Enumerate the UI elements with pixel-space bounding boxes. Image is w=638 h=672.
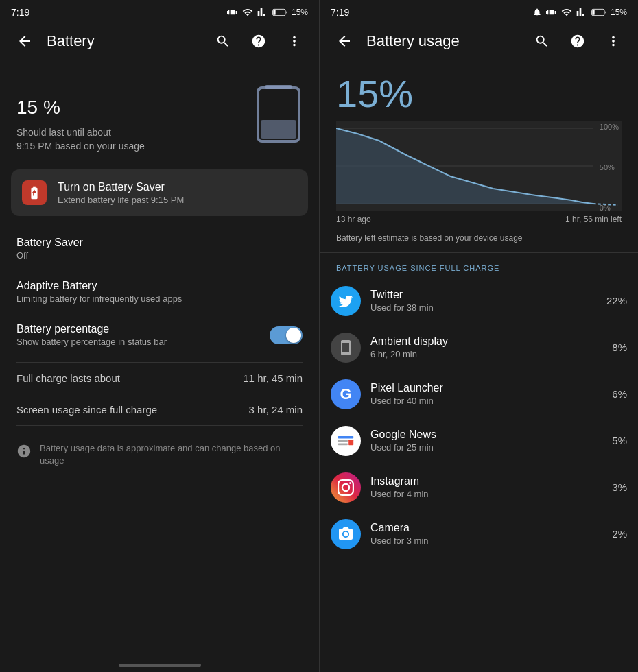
status-icons-left: 15% <box>227 7 308 18</box>
time-right: 7:19 <box>331 7 349 18</box>
twitter-percent: 22% <box>606 295 627 307</box>
camera-icon <box>331 519 361 549</box>
more-options-button-right[interactable] <box>600 27 627 55</box>
app-list: Twitter Used for 38 min 22% Ambient disp… <box>320 278 638 557</box>
ambient-usage: 6 hr, 20 min <box>370 349 602 359</box>
app-item-twitter[interactable]: Twitter Used for 38 min 22% <box>320 278 638 324</box>
home-indicator-left <box>0 656 319 672</box>
battery-percentage-toggle[interactable] <box>270 326 303 344</box>
footer-note-text: Battery usage data is approximate and ca… <box>40 442 303 467</box>
instagram-name: Instagram <box>370 475 602 488</box>
app-item-ambient[interactable]: Ambient display 6 hr, 20 min 8% <box>320 324 638 371</box>
right-panel: 7:19 15% Battery usage <box>319 0 638 672</box>
search-button-left[interactable] <box>209 27 237 55</box>
battery-hero: 15 % Should last until about 9:15 PM bas… <box>0 60 319 164</box>
back-button-left[interactable] <box>11 27 38 55</box>
instagram-usage: Used for 4 min <box>370 489 602 499</box>
chart-x-labels: 13 hr ago 1 hr, 56 min left <box>336 211 622 224</box>
toggle-thumb <box>286 328 301 343</box>
svg-rect-15 <box>338 440 348 442</box>
wifi-icon <box>242 7 253 18</box>
pixel-usage: Used for 40 min <box>370 396 602 406</box>
ambient-name: Ambient display <box>370 335 602 348</box>
page-title-right: Battery usage <box>366 32 520 50</box>
pixel-info: Pixel Launcher Used for 40 min <box>370 382 602 406</box>
pixel-name: Pixel Launcher <box>370 382 602 394</box>
app-item-camera[interactable]: Camera Used for 3 min 2% <box>320 511 638 557</box>
battery-percent-status-left: 15% <box>292 8 308 17</box>
screen-usage-stat: Screen usage since full charge 3 hr, 24 … <box>0 394 319 425</box>
app-item-gnews[interactable]: Google News Used for 25 min 5% <box>320 418 638 464</box>
battery-saver-card[interactable]: Turn on Battery Saver Extend battery lif… <box>11 169 308 216</box>
ambient-icon <box>331 333 361 363</box>
battery-large-icon <box>255 82 303 144</box>
twitter-usage: Used for 38 min <box>370 302 597 313</box>
gnews-info: Google News Used for 25 min <box>370 429 602 453</box>
full-charge-label: Full charge lasts about <box>16 372 120 384</box>
status-bar-left: 7:19 15% <box>0 0 319 22</box>
time-left: 7:19 <box>11 7 29 18</box>
app-bar-right: Battery usage <box>320 22 638 60</box>
adaptive-battery-label: Adaptive Battery Limiting battery for in… <box>16 280 182 304</box>
instagram-info: Instagram Used for 4 min <box>370 475 602 499</box>
full-charge-stat: Full charge lasts about 11 hr, 45 min <box>0 363 319 394</box>
pixel-percent: 6% <box>612 388 627 400</box>
back-button-right[interactable] <box>331 27 358 55</box>
battery-percentage-label: Battery percentage Show battery percenta… <box>16 323 167 347</box>
battery-chart-container: 100% 50% 0% 13 hr ago 1 hr, 56 min left <box>320 121 638 230</box>
instagram-percent: 3% <box>612 481 627 493</box>
battery-saver-subtitle: Extend battery life past 9:15 PM <box>58 195 184 205</box>
twitter-icon <box>331 286 361 316</box>
app-bar-left: Battery <box>0 22 319 60</box>
battery-description: Should last until about 9:15 PM based on… <box>16 126 244 153</box>
battery-chart <box>336 121 622 211</box>
app-item-instagram[interactable]: Instagram Used for 4 min 3% <box>320 464 638 511</box>
gnews-icon <box>331 426 361 456</box>
info-icon <box>16 444 32 459</box>
svg-rect-14 <box>338 436 353 439</box>
camera-info: Camera Used for 3 min <box>370 522 602 546</box>
chart-y-0: 0% <box>600 204 619 212</box>
battery-status-icon-right <box>591 8 606 16</box>
ambient-percent: 8% <box>612 341 627 353</box>
gnews-usage: Used for 25 min <box>370 442 602 453</box>
help-button-left[interactable] <box>245 27 272 55</box>
footer-note: Battery usage data is approximate and ca… <box>0 431 319 478</box>
divider-3 <box>16 425 303 426</box>
battery-percentage-setting[interactable]: Battery percentage Show battery percenta… <box>0 313 319 357</box>
battery-saver-icon <box>22 180 47 205</box>
pixel-icon: G <box>331 379 361 409</box>
battery-status-icon <box>272 8 287 16</box>
battery-saver-text: Turn on Battery Saver Extend battery lif… <box>58 181 184 205</box>
signal-icon <box>257 7 268 18</box>
screen-usage-label: Screen usage since full charge <box>16 404 157 416</box>
status-icons-right: 15% <box>532 7 627 18</box>
battery-saver-setting[interactable]: Battery Saver Off <box>0 227 319 270</box>
adaptive-battery-setting[interactable]: Adaptive Battery Limiting battery for in… <box>0 270 319 313</box>
svg-rect-4 <box>261 120 296 139</box>
battery-hero-info: 15 % Should last until about 9:15 PM bas… <box>16 77 244 153</box>
app-item-pixel[interactable]: G Pixel Launcher Used for 40 min 6% <box>320 371 638 418</box>
vibrate-icon <box>227 7 238 18</box>
chart-y-50: 50% <box>600 163 619 171</box>
settings-list: Battery Saver Off Adaptive Battery Limit… <box>0 221 319 362</box>
svg-rect-6 <box>592 10 594 15</box>
search-button-right[interactable] <box>528 27 556 55</box>
gnews-percent: 5% <box>612 435 627 446</box>
battery-usage-percent: 15% <box>320 60 638 121</box>
vibrate-icon-right <box>546 7 557 18</box>
battery-saver-title: Turn on Battery Saver <box>58 181 184 193</box>
svg-rect-1 <box>273 10 275 15</box>
left-panel: 7:19 15% Battery <box>0 0 319 672</box>
more-options-button-left[interactable] <box>281 27 308 55</box>
signal-icon-right <box>576 7 587 18</box>
help-button-right[interactable] <box>564 27 591 55</box>
chart-note: Battery left estimate is based on your d… <box>320 230 638 252</box>
home-bar-left <box>119 664 201 667</box>
ambient-info: Ambient display 6 hr, 20 min <box>370 335 602 359</box>
usage-section-title: BATTERY USAGE SINCE FULL CHARGE <box>320 253 638 278</box>
chart-x-end: 1 hr, 56 min left <box>565 215 622 224</box>
chart-y-100: 100% <box>600 123 619 131</box>
battery-percent-display: 15 % <box>16 77 244 121</box>
svg-rect-16 <box>338 443 348 445</box>
